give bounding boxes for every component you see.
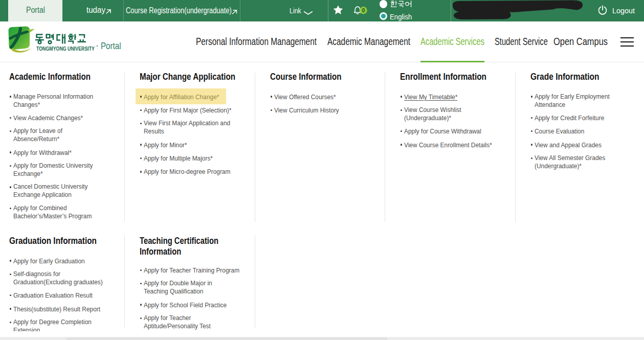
svg-text:0: 0: [362, 7, 365, 13]
